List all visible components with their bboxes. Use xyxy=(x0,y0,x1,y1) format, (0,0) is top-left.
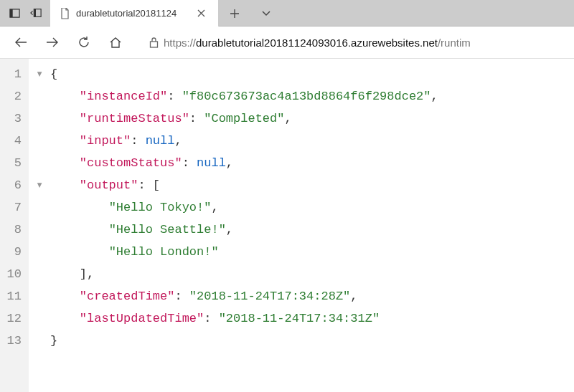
titlebar: durabletutorial20181124 xyxy=(0,0,574,27)
url-path: /runtim xyxy=(438,37,471,49)
url-host: durabletutorial20181124093016.azurewebsi… xyxy=(196,37,438,49)
toolbar: https://durabletutorial20181124093016.az… xyxy=(0,27,574,59)
line-number: 9 xyxy=(4,241,22,263)
line-number: 13 xyxy=(4,330,22,352)
address-bar[interactable]: https://durabletutorial20181124093016.az… xyxy=(138,31,568,54)
line-number: 12 xyxy=(4,307,22,330)
line-number: 11 xyxy=(4,285,22,307)
line-number: 7 xyxy=(4,196,22,219)
fold-toggle-icon[interactable]: ▾ xyxy=(29,174,50,196)
tab-title: durabletutorial20181124 xyxy=(76,8,191,19)
new-tab-button[interactable] xyxy=(219,0,250,27)
refresh-button[interactable] xyxy=(69,28,99,57)
code-body[interactable]: { "instanceId": "f80c673673ac4a13bd8864f… xyxy=(50,59,438,392)
url-text: https://durabletutorial20181124093016.az… xyxy=(164,37,471,49)
line-number: 2 xyxy=(4,85,22,107)
window-controls xyxy=(0,0,50,26)
line-number: 10 xyxy=(4,263,22,285)
home-button[interactable] xyxy=(100,28,131,57)
set-aside-icon[interactable] xyxy=(26,0,46,27)
svg-rect-3 xyxy=(34,9,36,17)
forward-button[interactable] xyxy=(37,28,67,57)
tabs-aside-icon[interactable] xyxy=(4,0,24,27)
json-viewer: 1 2 3 4 5 6 7 8 9 10 11 12 13 ▾ ▾ { "ins… xyxy=(0,59,574,392)
svg-rect-1 xyxy=(9,9,12,16)
line-number: 1 xyxy=(4,63,22,85)
line-number: 5 xyxy=(4,152,22,174)
close-icon[interactable] xyxy=(191,4,211,24)
line-gutter: 1 2 3 4 5 6 7 8 9 10 11 12 13 xyxy=(0,59,29,392)
svg-rect-4 xyxy=(150,42,157,47)
file-icon xyxy=(59,8,70,19)
line-number: 3 xyxy=(4,107,22,130)
line-number: 8 xyxy=(4,219,22,241)
fold-toggle-icon[interactable]: ▾ xyxy=(29,63,50,85)
browser-tab[interactable]: durabletutorial20181124 xyxy=(50,0,219,27)
fold-gutter: ▾ ▾ xyxy=(29,59,50,392)
url-scheme: https:// xyxy=(164,37,196,49)
back-button[interactable] xyxy=(6,28,36,57)
tab-dropdown-icon[interactable] xyxy=(250,0,282,27)
line-number: 4 xyxy=(4,130,22,152)
lock-icon xyxy=(144,37,164,48)
line-number: 6 xyxy=(4,174,22,196)
